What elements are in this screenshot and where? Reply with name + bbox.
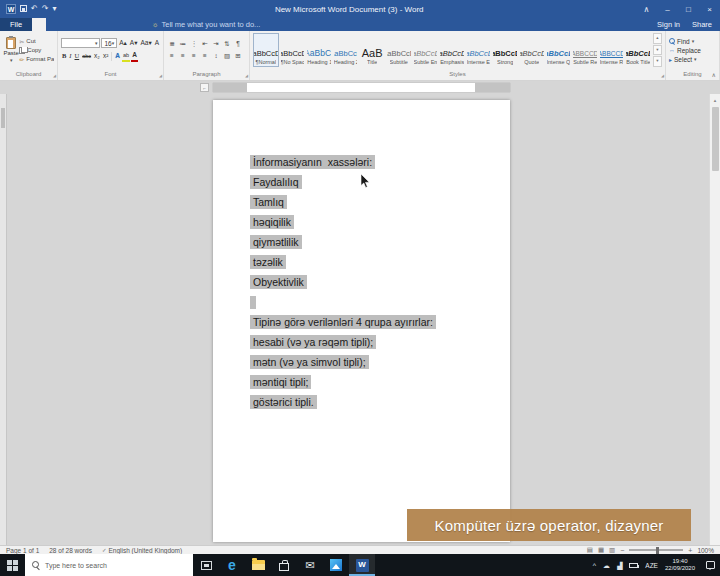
language-abbr[interactable]: AZE xyxy=(645,562,658,569)
customize-qat-icon[interactable]: ▾ xyxy=(52,5,56,13)
sort-button[interactable]: ⇅ xyxy=(222,39,232,49)
replace-button[interactable]: ↔ Replace xyxy=(669,47,716,54)
paste-button[interactable]: Paste ▾ xyxy=(3,33,19,67)
superscript-button[interactable]: x² xyxy=(102,51,109,61)
word[interactable] xyxy=(349,554,375,576)
text-line[interactable]: mətn (və ya simvol tipli); xyxy=(250,352,490,372)
style-subtle-reference[interactable]: AABBCCDC Subtle Ref... xyxy=(572,33,598,67)
justify-button[interactable]: ≡ xyxy=(200,51,210,61)
close-button[interactable]: × xyxy=(699,0,720,18)
scroll-up-icon[interactable]: ▴ xyxy=(714,94,717,103)
select-button[interactable]: ▸ Select ▾ xyxy=(669,56,716,63)
style-title[interactable]: AaB Title xyxy=(359,33,385,67)
gallery-up-icon[interactable]: ▴ xyxy=(653,33,662,44)
style-subtitle[interactable]: AaBbCcD Subtitle xyxy=(386,33,412,67)
taskbar-search[interactable]: Type here to search xyxy=(25,554,193,576)
text-line[interactable]: Obyektivlik xyxy=(250,272,490,292)
minimize-button[interactable]: – xyxy=(657,0,678,18)
zoom-level[interactable]: 100% xyxy=(697,547,714,554)
tab-references[interactable] xyxy=(88,18,102,31)
styles-dialog-launcher-icon[interactable]: ◢ xyxy=(661,74,664,78)
style-heading-1[interactable]: AaBbC( Heading 1 xyxy=(306,33,332,67)
style-no-spacing[interactable]: AaBbCcDc ¶No Spac... xyxy=(280,33,306,67)
increase-indent-button[interactable]: ⇥ xyxy=(211,39,221,49)
style-subtle-emphasis[interactable]: AaBbCcDc Subtle Em... xyxy=(413,33,439,67)
style-intense-reference[interactable]: AABBCCDC Intense Re... xyxy=(599,33,625,67)
word-count[interactable]: 28 of 28 words xyxy=(49,547,92,554)
font-dialog-launcher-icon[interactable]: ◢ xyxy=(159,74,162,78)
taskbar-clock[interactable]: 19:40 22/09/2020 xyxy=(665,558,695,572)
text-line[interactable]: İnformasiyanın xassələri: xyxy=(250,152,490,172)
paste-dropdown-icon[interactable]: ▾ xyxy=(10,57,13,63)
scrollbar-thumb[interactable] xyxy=(712,107,719,171)
redo-icon[interactable]: ↷ xyxy=(42,5,49,13)
zoom-slider[interactable] xyxy=(629,549,683,551)
style-emphasis[interactable]: AaBbCcDc Emphasis xyxy=(439,33,465,67)
tab-home[interactable] xyxy=(32,18,46,31)
show-hide-marks-button[interactable]: ¶ xyxy=(233,39,243,49)
action-center-icon[interactable] xyxy=(706,561,715,569)
print-layout-button[interactable]: ▦ xyxy=(598,546,604,554)
text-effects-button[interactable]: A xyxy=(114,51,121,61)
change-case-button[interactable]: Aa▾ xyxy=(139,38,152,48)
horizontal-ruler[interactable] xyxy=(213,83,510,92)
zoom-in-button[interactable]: + xyxy=(688,547,692,554)
tab-review[interactable] xyxy=(116,18,130,31)
style-quote[interactable]: AaBbCcDc Quote xyxy=(519,33,545,67)
style-intense-emphasis[interactable]: AaBbCcDc Intense E... xyxy=(466,33,492,67)
vertical-scrollbar[interactable]: ▴ xyxy=(709,94,720,545)
undo-icon[interactable]: ↶ xyxy=(31,5,38,13)
task-view-button[interactable] xyxy=(193,554,219,576)
find-button[interactable]: Find ▾ xyxy=(669,38,716,45)
text-line[interactable]: məntiqi tipli; xyxy=(250,372,490,392)
text-line[interactable]: göstərici tipli. xyxy=(250,392,490,412)
grow-font-button[interactable]: A▴ xyxy=(118,38,128,48)
read-mode-button[interactable]: ▤ xyxy=(587,546,593,554)
italic-button[interactable]: I xyxy=(68,51,72,61)
style-strong[interactable]: AaBbCcDc Strong xyxy=(492,33,518,67)
align-center-button[interactable]: ≡ xyxy=(178,51,188,61)
cut-button[interactable]: ✂ Cut xyxy=(19,38,54,45)
web-layout-button[interactable]: ▥ xyxy=(609,546,615,554)
copy-button[interactable]: Copy xyxy=(19,47,54,54)
style-book-title[interactable]: AaBbCcDc Book Title xyxy=(625,33,651,67)
microsoft-edge[interactable] xyxy=(219,554,245,576)
battery-icon[interactable] xyxy=(629,563,638,568)
tab-layout[interactable] xyxy=(74,18,88,31)
clipboard-dialog-launcher-icon[interactable]: ◢ xyxy=(53,74,56,78)
align-right-button[interactable]: ≡ xyxy=(189,51,199,61)
decrease-indent-button[interactable]: ⇤ xyxy=(200,39,210,49)
style-heading-2[interactable]: AaBbCcE Heading 2 xyxy=(333,33,359,67)
highlight-color-button[interactable]: ab xyxy=(122,50,130,62)
bold-button[interactable]: B xyxy=(61,51,67,61)
clear-formatting-button[interactable]: A xyxy=(154,38,160,48)
zoom-slider-thumb[interactable] xyxy=(656,547,659,554)
subscript-button[interactable]: x₂ xyxy=(93,51,101,61)
tab-selector[interactable]: ⌐ xyxy=(200,83,209,92)
borders-button[interactable]: ⊞ xyxy=(233,51,243,61)
text-line[interactable]: qiymətlilik xyxy=(250,232,490,252)
paragraph-dialog-launcher-icon[interactable]: ◢ xyxy=(245,74,248,78)
gallery-down-icon[interactable]: ▾ xyxy=(653,45,662,56)
font-color-button[interactable]: A xyxy=(131,50,138,62)
collapse-ribbon-icon[interactable]: ∧ xyxy=(712,71,716,78)
shading-button[interactable]: ▨ xyxy=(222,51,232,61)
photos[interactable] xyxy=(323,554,349,576)
shrink-font-button[interactable]: A▾ xyxy=(129,38,139,48)
share-button[interactable]: Share xyxy=(692,20,712,29)
page-indicator[interactable]: Page 1 of 1 xyxy=(6,547,39,554)
font-name-select[interactable]: ▾ xyxy=(61,38,100,48)
zoom-out-button[interactable]: − xyxy=(620,547,624,554)
mail[interactable] xyxy=(297,554,323,576)
show-hidden-icons[interactable]: ^ xyxy=(593,562,596,569)
language-indicator[interactable]: ✓ English (United Kingdom) xyxy=(102,547,182,554)
tab-file[interactable]: File xyxy=(0,18,32,31)
start-button[interactable] xyxy=(0,554,25,576)
text-line[interactable]: təzəlik xyxy=(250,252,490,272)
ribbon-display-options-icon[interactable]: ∧ xyxy=(636,0,657,18)
style-intense-quote[interactable]: AaBbCcDc Intense Q... xyxy=(546,33,572,67)
microsoft-store[interactable] xyxy=(271,554,297,576)
save-icon[interactable] xyxy=(20,5,27,14)
font-size-select[interactable]: 16▾ xyxy=(101,38,117,48)
line-spacing-button[interactable]: ↕ xyxy=(211,51,221,61)
